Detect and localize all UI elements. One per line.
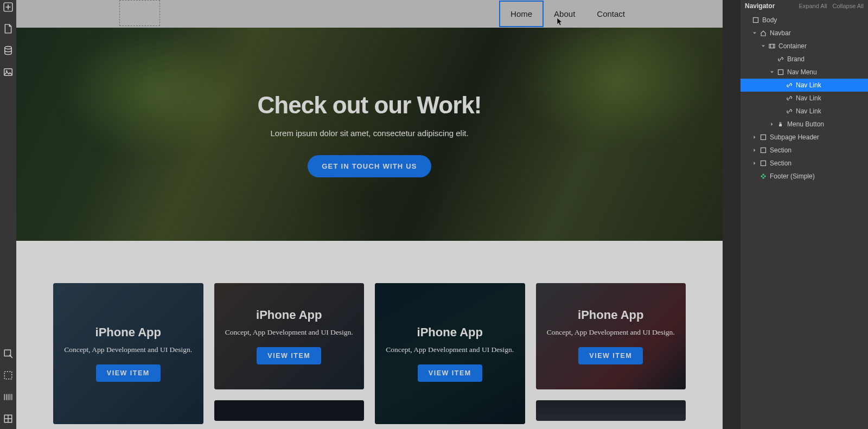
card-desc: Concept, App Development and UI Design. xyxy=(547,328,675,338)
work-card[interactable] xyxy=(214,400,365,421)
work-card[interactable]: iPhone App Concept, App Development and … xyxy=(214,283,365,389)
tree-row-label: Subpage Header xyxy=(770,133,819,141)
design-canvas[interactable]: Home Nav Link About Contact Check out ou… xyxy=(16,0,723,429)
svg-rect-14 xyxy=(761,161,766,166)
box-icon xyxy=(777,69,784,75)
tree-row-nav-link[interactable]: Nav Link xyxy=(741,79,868,92)
work-card[interactable]: iPhone App Concept, App Development and … xyxy=(53,283,203,424)
tree-row-body[interactable]: Body xyxy=(741,14,868,27)
nav-link-about[interactable]: About xyxy=(543,1,586,27)
select-tool-icon[interactable] xyxy=(3,349,13,358)
work-card[interactable]: iPhone App Concept, App Development and … xyxy=(375,283,525,424)
database-icon[interactable] xyxy=(3,46,13,55)
link-icon xyxy=(786,82,793,88)
brand-placeholder[interactable] xyxy=(119,0,160,26)
svg-rect-13 xyxy=(761,148,766,153)
work-section: iPhone App Concept, App Development and … xyxy=(16,241,723,424)
component-icon xyxy=(760,173,767,180)
link-icon xyxy=(777,56,784,62)
tree-row-label: Menu Button xyxy=(787,120,824,128)
link-icon xyxy=(786,108,793,114)
caret-icon[interactable] xyxy=(770,122,774,126)
svg-rect-5 xyxy=(4,372,12,379)
view-item-button[interactable]: VIEW ITEM xyxy=(418,364,482,382)
tree-row-label: Nav Menu xyxy=(787,68,817,76)
tree-row-label: Nav Link xyxy=(796,81,821,89)
work-card[interactable] xyxy=(536,400,686,421)
collapse-all-link[interactable]: Collapse All xyxy=(833,3,864,9)
nav-menu: Home Nav Link About Contact xyxy=(500,1,636,27)
card-desc: Concept, App Development and UI Design. xyxy=(225,328,353,338)
tree-row-container[interactable]: Container xyxy=(741,40,868,53)
left-toolbar xyxy=(0,0,16,429)
tree-row-section[interactable]: Section xyxy=(741,144,868,157)
bounding-box-icon[interactable] xyxy=(3,370,13,380)
assets-icon[interactable] xyxy=(3,67,13,77)
caret-icon[interactable] xyxy=(745,18,749,22)
caret-icon[interactable] xyxy=(752,161,757,165)
svg-point-1 xyxy=(5,46,11,49)
caret-icon[interactable] xyxy=(752,135,757,139)
card-title: iPhone App xyxy=(417,325,483,340)
caret-icon[interactable] xyxy=(761,44,765,48)
box-icon xyxy=(752,17,759,23)
nav-link-home[interactable]: Home Nav Link xyxy=(500,1,543,27)
hero-section: Check out our Work! Lorem ipsum dolor si… xyxy=(16,28,723,241)
svg-rect-8 xyxy=(769,44,775,48)
tree-row-brand[interactable]: Brand xyxy=(741,53,868,66)
svg-rect-2 xyxy=(4,69,12,75)
svg-rect-12 xyxy=(761,135,766,140)
caret-icon[interactable] xyxy=(778,83,783,87)
svg-rect-11 xyxy=(778,70,783,75)
box-icon xyxy=(760,134,767,140)
tree-row-nav-link[interactable]: Nav Link xyxy=(741,105,868,118)
caret-icon[interactable] xyxy=(778,109,783,113)
tree-row-nav-link[interactable]: Nav Link xyxy=(741,92,868,105)
pages-icon[interactable] xyxy=(3,24,13,34)
view-item-button[interactable]: VIEW ITEM xyxy=(96,364,161,382)
caret-icon[interactable] xyxy=(752,174,757,178)
nav-link-label: About xyxy=(554,9,575,18)
svg-rect-7 xyxy=(754,18,758,23)
nav-link-label: Contact xyxy=(597,9,625,18)
tree-row-navbar[interactable]: Navbar xyxy=(741,27,868,40)
tree-row-nav-menu[interactable]: Nav Menu xyxy=(741,66,868,79)
tree-row-label: Navbar xyxy=(770,29,791,37)
tree-row-label: Nav Link xyxy=(796,94,821,102)
caret-icon[interactable] xyxy=(752,148,757,152)
nav-link-label: Home xyxy=(510,9,532,18)
work-card[interactable]: iPhone App Concept, App Development and … xyxy=(536,283,686,389)
tree-row-section[interactable]: Section xyxy=(741,157,868,170)
tree-row-footer-simple-[interactable]: Footer (Simple) xyxy=(741,170,868,183)
card-title: iPhone App xyxy=(256,308,322,322)
tree-row-menu-button[interactable]: Menu Button xyxy=(741,118,868,131)
hero-subtitle: Lorem ipsum dolor sit amet, consectetur … xyxy=(270,129,468,138)
caret-icon[interactable] xyxy=(752,31,757,35)
navigator-header: Navigator Expand All Collapse All xyxy=(741,0,868,12)
tree-row-label: Nav Link xyxy=(796,107,821,115)
link-icon xyxy=(786,95,793,101)
navigator-title: Navigator xyxy=(745,2,775,10)
caret-icon[interactable] xyxy=(778,96,783,100)
view-item-button[interactable]: VIEW ITEM xyxy=(578,347,643,364)
tree-row-label: Container xyxy=(778,42,807,50)
caret-icon[interactable] xyxy=(770,70,774,74)
card-title: iPhone App xyxy=(578,308,643,322)
expand-all-link[interactable]: Expand All xyxy=(799,3,827,9)
tree-row-label: Body xyxy=(762,16,777,24)
view-item-button[interactable]: VIEW ITEM xyxy=(257,347,321,364)
container-icon xyxy=(769,43,775,49)
add-element-icon[interactable] xyxy=(3,2,13,12)
nav-link-contact[interactable]: Contact xyxy=(586,1,636,27)
site-navbar: Home Nav Link About Contact xyxy=(16,0,723,28)
tree-row-label: Brand xyxy=(787,55,805,63)
box-icon xyxy=(760,160,767,167)
hero-cta-button[interactable]: GET IN TOUCH WITH US xyxy=(308,155,431,177)
xray-icon[interactable] xyxy=(3,392,13,402)
tree-row-subpage-header[interactable]: Subpage Header xyxy=(741,131,868,144)
caret-icon[interactable] xyxy=(770,57,774,61)
card-desc: Concept, App Development and UI Design. xyxy=(386,345,514,355)
navigator-panel: Navigator Expand All Collapse All BodyNa… xyxy=(740,0,868,429)
home-icon xyxy=(760,30,767,36)
grid-tool-icon[interactable] xyxy=(3,414,13,424)
